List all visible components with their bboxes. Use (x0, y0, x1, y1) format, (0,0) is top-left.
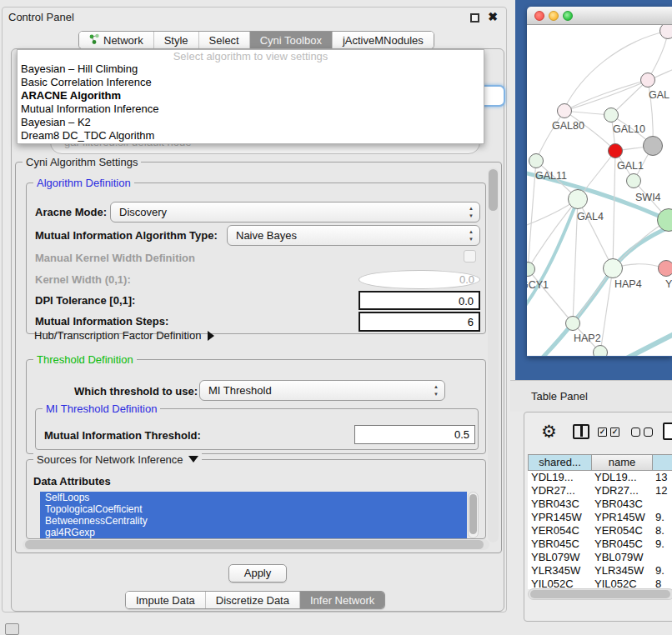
network-node[interactable] (604, 108, 619, 122)
node-table: shared... name YDL19...YDL19...13 YDR27.… (528, 454, 672, 589)
table-header-row: shared... name (528, 454, 672, 471)
close-traffic-light-icon[interactable] (534, 11, 544, 21)
threshold-definition-group: Threshold Definition Which threshold to … (26, 359, 486, 454)
network-window-titlebar (527, 7, 672, 25)
bottom-tabs: Impute Data Discretize Data Infer Networ… (125, 591, 385, 609)
table-row[interactable]: YBR043CYBR043C (528, 498, 672, 511)
list-item[interactable]: TopologicalCoefficient (40, 503, 467, 515)
gear-icon[interactable]: ⚙ (541, 422, 557, 442)
network-node-label: SWI4 (635, 192, 661, 203)
expanded-arrow-icon (188, 456, 198, 462)
table-row[interactable]: YDL19...YDL19...13 (528, 471, 672, 484)
tab-jactivemnodules[interactable]: jActiveMNodules (333, 32, 434, 48)
table-row[interactable]: YBL079WYBL079W (528, 551, 672, 564)
hub-definition-toggle[interactable]: Hub/Transcription Factor Definition (34, 329, 214, 342)
list-item[interactable]: SelfLoops (40, 492, 467, 503)
mi-algorithm-type-combobox[interactable]: Naive Bayes ▲▼ (227, 225, 480, 246)
columns-icon[interactable] (573, 424, 589, 439)
tab-discretize-data[interactable]: Discretize Data (206, 592, 300, 608)
tab-impute-data[interactable]: Impute Data (126, 592, 206, 608)
close-icon[interactable]: ✖ (488, 10, 498, 23)
network-node-label: GAL11 (535, 170, 567, 182)
mi-steps-field[interactable]: 6 (359, 312, 480, 332)
sources-group: Sources for Network Inference Data Attri… (26, 459, 486, 539)
column-header-partial[interactable] (652, 454, 672, 471)
cyni-algorithm-settings-group: Cyni Algorithm Settings Algorithm Defini… (15, 162, 502, 553)
table-panel-title: Table Panel (531, 390, 588, 402)
minimize-traffic-light-icon[interactable] (549, 11, 559, 21)
kernel-width-field[interactable]: 0.0 (359, 270, 480, 289)
manual-kernel-width-checkbox[interactable] (464, 250, 476, 262)
network-node[interactable] (658, 260, 672, 277)
unchecked-box-icon[interactable] (644, 428, 653, 437)
sources-group-title[interactable]: Sources for Network Inference (33, 453, 202, 466)
mi-threshold-group: MI Threshold Definition Mutual Informati… (35, 408, 479, 450)
network-node[interactable] (529, 153, 544, 168)
network-node-label: HAP2 (574, 332, 601, 344)
table-panel: ⚙ ✓ ✓ shared... name YDL19...YDL19...13 … (524, 412, 672, 622)
settings-vertical-scrollbar[interactable] (488, 168, 499, 542)
table-horizontal-scrollbar[interactable] (528, 588, 672, 600)
tab-select[interactable]: Select (199, 32, 250, 48)
network-node[interactable] (557, 103, 572, 118)
algorithm-option-highlighted[interactable]: ARACNE Algorithm (18, 89, 484, 102)
algorithm-dropdown-list: Select algorithm to view settings Bayesi… (17, 49, 484, 144)
network-tab-icon (89, 33, 100, 48)
tab-infer-network[interactable]: Infer Network (300, 592, 384, 608)
network-canvas[interactable]: GALGAL80GAL10GAL1GAL11GAL4SWI4GCY1HAP4YH… (527, 25, 672, 356)
apply-button[interactable]: Apply (228, 564, 287, 582)
table-row[interactable]: YDR27...YDR27...12 (528, 484, 672, 498)
which-threshold-combobox[interactable]: MI Threshold ▲▼ (199, 380, 445, 401)
table-row[interactable]: YPR145WYPR145W9. (528, 511, 672, 524)
network-node[interactable] (565, 316, 580, 331)
checked-box-icon[interactable]: ✓ (610, 428, 619, 437)
list-item[interactable]: BetweennessCentrality (40, 515, 467, 527)
float-icon[interactable] (470, 13, 479, 22)
checked-box-icon[interactable]: ✓ (598, 428, 607, 437)
algorithm-option[interactable]: Bayesian – Hill Climbing (18, 62, 484, 76)
network-node[interactable] (640, 72, 655, 88)
network-node[interactable] (568, 189, 588, 209)
settings-group-title: Cyni Algorithm Settings (23, 156, 141, 168)
network-node-label: GAL1 (617, 160, 644, 172)
tab-network-label: Network (103, 34, 143, 47)
algorithm-option[interactable]: Bayesian – K2 (18, 116, 484, 129)
table-row[interactable]: YER054CYER054C8. (528, 524, 672, 538)
tab-network[interactable]: Network (79, 32, 154, 48)
threshold-definition-title: Threshold Definition (33, 353, 137, 366)
table-row[interactable]: YBR045CYBR045C9. (528, 538, 672, 551)
mi-steps-label: Mutual Information Steps: (35, 315, 168, 328)
column-header-shared[interactable]: shared... (528, 454, 591, 471)
unchecked-box-icon[interactable] (631, 428, 640, 437)
tab-style[interactable]: Style (154, 32, 199, 48)
dpi-tolerance-label: DPI Tolerance [0,1]: (35, 294, 135, 307)
network-node[interactable] (608, 143, 623, 158)
network-node-label: GCY1 (527, 279, 549, 291)
network-window[interactable]: GALGAL80GAL10GAL1GAL11GAL4SWI4GCY1HAP4YH… (527, 7, 672, 357)
control-panel-title: Control Panel (8, 11, 74, 23)
network-node[interactable] (643, 136, 663, 156)
minimized-panel-icon[interactable] (5, 623, 19, 635)
settings-horizontal-scrollbar[interactable] (23, 539, 489, 550)
aracne-mode-label: Aracne Mode: (35, 206, 107, 218)
algorithm-option[interactable]: Basic Correlation Inference (18, 76, 484, 89)
tab-cyni-toolbox[interactable]: Cyni Toolbox (250, 32, 333, 48)
column-header-name[interactable]: name (591, 454, 652, 471)
control-panel-window: Control Panel ✖ Network Style Select Cyn… (2, 7, 507, 612)
network-node[interactable] (626, 173, 641, 188)
table-row[interactable]: YLR345WYLR345W9. (528, 564, 672, 578)
zoom-traffic-light-icon[interactable] (563, 11, 573, 21)
algorithm-option[interactable]: Dream8 DC_TDC Algorithm (18, 129, 484, 142)
network-node[interactable] (603, 258, 623, 278)
mi-threshold-field[interactable]: 0.5 (354, 425, 475, 444)
list-scrollbar[interactable] (468, 492, 479, 538)
which-threshold-label: Which threshold to use: (74, 385, 198, 398)
algorithm-definition-group: Algorithm Definition Aracne Mode: Discov… (26, 182, 486, 334)
aracne-mode-combobox[interactable]: Discovery ▲▼ (110, 202, 480, 222)
network-node[interactable] (593, 345, 608, 356)
algorithm-option[interactable]: Mutual Information Inference (18, 102, 484, 116)
network-view-panel: GALGAL80GAL10GAL1GAL11GAL4SWI4GCY1HAP4YH… (515, 0, 672, 380)
dpi-tolerance-field[interactable]: 0.0 (359, 291, 480, 310)
list-item[interactable]: gal4RGexp (40, 527, 467, 538)
document-icon[interactable] (663, 422, 672, 440)
